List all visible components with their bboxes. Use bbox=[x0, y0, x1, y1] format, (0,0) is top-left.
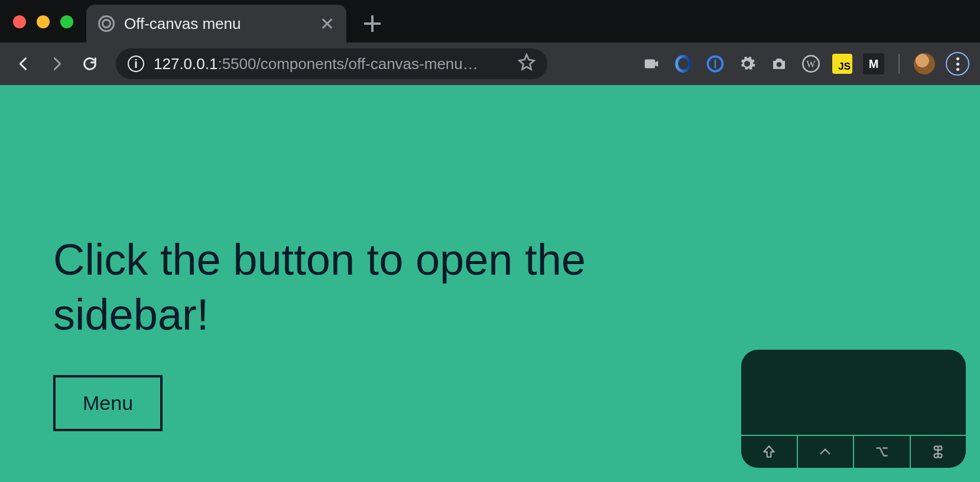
toolbar-divider bbox=[898, 54, 900, 74]
url-text: 127.0.0.1:5500/components/off-canvas-men… bbox=[154, 55, 508, 73]
reload-button[interactable] bbox=[77, 51, 103, 77]
browser-tab[interactable]: Off-canvas menu bbox=[86, 5, 346, 43]
nav-forward-button[interactable] bbox=[44, 51, 70, 77]
page-headline: Click the button to open the sidebar! bbox=[53, 233, 644, 342]
window-controls bbox=[13, 15, 73, 28]
url-path: :5500/components/off-canvas-menu… bbox=[218, 55, 478, 73]
close-tab-icon[interactable] bbox=[319, 16, 335, 31]
page-viewport: Click the button to open the sidebar! Me… bbox=[0, 85, 980, 482]
browser-chrome: Off-canvas menu i 127.0.0.1:5500/compone… bbox=[0, 0, 980, 85]
camera-icon[interactable] bbox=[768, 53, 790, 74]
screen-recorder-icon[interactable] bbox=[641, 53, 662, 74]
settings-gear-icon[interactable] bbox=[736, 53, 758, 74]
window-minimize-button[interactable] bbox=[37, 15, 50, 28]
svg-text:W: W bbox=[806, 59, 816, 70]
keyboard-overlay-keys bbox=[741, 435, 966, 468]
onepassword-icon[interactable] bbox=[705, 53, 726, 74]
url-host: 127.0.0.1 bbox=[154, 55, 218, 73]
tab-title: Off-canvas menu bbox=[124, 15, 310, 33]
svg-point-1 bbox=[677, 57, 690, 71]
window-close-button[interactable] bbox=[13, 15, 26, 28]
js-label: JS bbox=[838, 61, 851, 73]
svg-rect-0 bbox=[645, 60, 656, 69]
browser-toolbar: i 127.0.0.1:5500/components/off-canvas-m… bbox=[0, 43, 980, 85]
site-info-icon[interactable]: i bbox=[128, 56, 144, 72]
bookmark-star-icon[interactable] bbox=[518, 53, 536, 75]
shift-key-icon[interactable] bbox=[741, 436, 798, 468]
svg-point-4 bbox=[777, 62, 782, 67]
js-icon[interactable]: JS bbox=[832, 54, 852, 74]
command-key-icon[interactable] bbox=[911, 436, 966, 468]
keyboard-overlay-body bbox=[741, 350, 966, 435]
option-key-icon[interactable] bbox=[854, 436, 911, 468]
globe-icon bbox=[98, 15, 115, 32]
wikipedia-icon[interactable]: W bbox=[800, 53, 822, 74]
extensions-row: W JS M bbox=[641, 52, 969, 76]
keyboard-overlay[interactable] bbox=[741, 350, 966, 468]
svg-rect-3 bbox=[715, 60, 716, 69]
control-key-icon[interactable] bbox=[798, 436, 855, 468]
profile-avatar[interactable] bbox=[914, 53, 935, 74]
browser-menu-button[interactable] bbox=[946, 52, 969, 76]
gmail-label: M bbox=[869, 57, 879, 71]
address-bar[interactable]: i 127.0.0.1:5500/components/off-canvas-m… bbox=[116, 48, 547, 79]
tab-strip: Off-canvas menu bbox=[0, 0, 980, 43]
opera-icon[interactable] bbox=[673, 53, 694, 74]
new-tab-button[interactable] bbox=[363, 14, 382, 33]
nav-back-button[interactable] bbox=[11, 51, 37, 77]
window-maximize-button[interactable] bbox=[60, 15, 73, 28]
gmail-icon[interactable]: M bbox=[863, 53, 884, 74]
menu-button[interactable]: Menu bbox=[53, 375, 163, 431]
